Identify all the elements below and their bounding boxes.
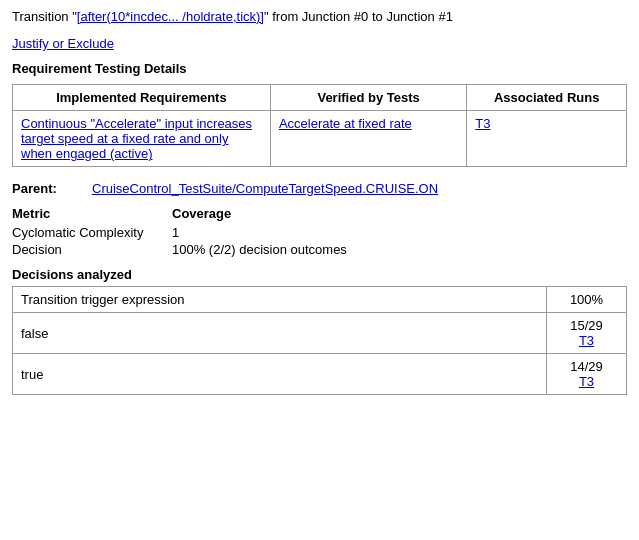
metric-label-1: Decision	[12, 242, 172, 257]
cell-runs[interactable]: T3	[467, 111, 627, 167]
metric-row-1: Decision 100% (2/2) decision outcomes	[12, 242, 627, 257]
decision-val-1: 15/29	[555, 318, 618, 333]
parent-label: Parent:	[12, 181, 92, 196]
decision-val-2: 14/29	[555, 359, 618, 374]
decision-row-1: false 15/29 T3	[13, 313, 627, 354]
metric-value-1: 100% (2/2) decision outcomes	[172, 242, 347, 257]
decisions-label: Decisions analyzed	[12, 267, 627, 282]
decision-label-1: false	[13, 313, 547, 354]
section-req-title: Requirement Testing Details	[12, 61, 627, 76]
decision-row-0: Transition trigger expression 100%	[13, 287, 627, 313]
cell-verified[interactable]: Accelerate at fixed rate	[270, 111, 466, 167]
requirements-table: Implemented Requirements Verified by Tes…	[12, 84, 627, 167]
coverage-col-header: Coverage	[172, 206, 231, 221]
page-title: Transition "[after(10*incdec... /holdrat…	[12, 8, 627, 26]
decision-label-0: Transition trigger expression	[13, 287, 547, 313]
metric-col-header: Metric	[12, 206, 172, 221]
col-header-runs: Associated Runs	[467, 85, 627, 111]
table-row: Continuous "Accelerate" input increases …	[13, 111, 627, 167]
metric-label-0: Cyclomatic Complexity	[12, 225, 172, 240]
title-link[interactable]: [after(10*incdec... /holdrate,tick)]	[77, 9, 264, 24]
decision-pct-2: 14/29 T3	[547, 354, 627, 395]
decision-row-2: true 14/29 T3	[13, 354, 627, 395]
col-header-impl: Implemented Requirements	[13, 85, 271, 111]
title-text-prefix: Transition "	[12, 9, 77, 24]
decision-link-2[interactable]: T3	[579, 374, 594, 389]
parent-value-link[interactable]: CruiseControl_TestSuite/ComputeTargetSpe…	[92, 181, 438, 196]
title-text-suffix: " from Junction #0 to Junction #1	[264, 9, 453, 24]
decision-pct-0: 100%	[547, 287, 627, 313]
metrics-section: Metric Coverage Cyclomatic Complexity 1 …	[12, 206, 627, 257]
cell-impl[interactable]: Continuous "Accelerate" input increases …	[13, 111, 271, 167]
parent-row: Parent: CruiseControl_TestSuite/ComputeT…	[12, 181, 627, 196]
metric-value-0: 1	[172, 225, 179, 240]
decision-label-2: true	[13, 354, 547, 395]
metric-row-0: Cyclomatic Complexity 1	[12, 225, 627, 240]
decision-link-1[interactable]: T3	[579, 333, 594, 348]
decision-pct-1: 15/29 T3	[547, 313, 627, 354]
col-header-verified: Verified by Tests	[270, 85, 466, 111]
justify-exclude-link[interactable]: Justify or Exclude	[12, 36, 114, 51]
decisions-table: Transition trigger expression 100% false…	[12, 286, 627, 395]
